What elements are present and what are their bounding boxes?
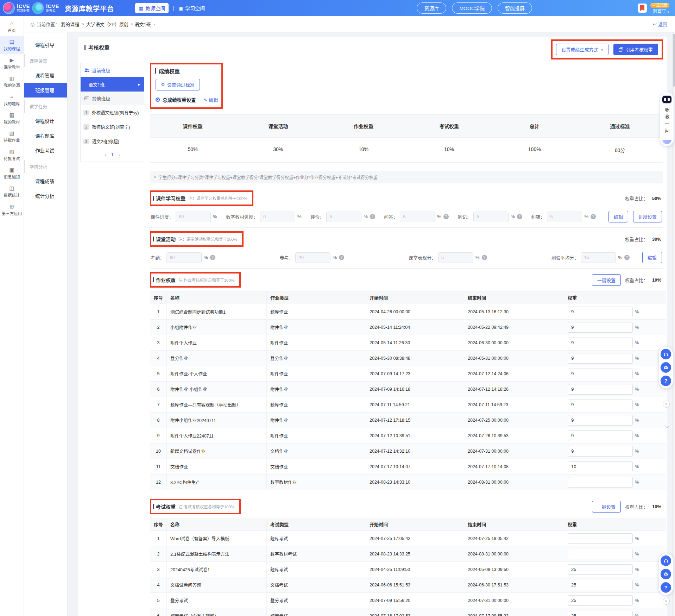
- smart-cast-button[interactable]: 智能投屏: [498, 2, 532, 14]
- close-icon[interactable]: ×: [663, 598, 670, 605]
- mooc-college-button[interactable]: MOOC学院: [452, 2, 492, 14]
- rail-item-question-bank[interactable]: ≡我的题库: [0, 91, 24, 109]
- other-class-item[interactable]: 1外校语文班级(刘育宁sy): [81, 105, 144, 120]
- exam-row: 22.1装配式混凝土结构表示方法数字教材考试2024-08-23 14:33:2…: [150, 546, 666, 562]
- submenu-item[interactable]: 班级管理: [24, 83, 67, 98]
- submenu-item[interactable]: 课程引导: [24, 37, 67, 52]
- support-icon[interactable]: [661, 349, 671, 359]
- submenu-item[interactable]: 作业考试: [24, 143, 67, 158]
- classroom-weight-input[interactable]: [581, 252, 616, 263]
- rail-item-pending-exam[interactable]: ▨待批考试: [0, 146, 24, 164]
- exam-weight-input[interactable]: [568, 564, 633, 575]
- scrollbar-thumb[interactable]: [673, 34, 675, 87]
- help-icon[interactable]: ?: [443, 214, 449, 219]
- help-icon[interactable]: ?: [591, 214, 596, 219]
- classroom-weight-input[interactable]: [295, 252, 330, 263]
- help-icon[interactable]: ?: [370, 214, 375, 219]
- classroom-weight-input[interactable]: [438, 252, 473, 263]
- breadcrumb-my-courses[interactable]: 我的课程: [61, 21, 79, 27]
- user-menu[interactable]: 刘育宁∨: [652, 9, 669, 13]
- classroom-weight-input[interactable]: [166, 252, 202, 263]
- download-icon[interactable]: [661, 569, 671, 579]
- submenu-item[interactable]: 课程题库: [24, 128, 67, 143]
- courseware-weight-input[interactable]: [400, 212, 435, 222]
- exam-weight-input[interactable]: [568, 549, 633, 559]
- help-icon[interactable]: ?: [339, 255, 344, 260]
- homework-weight-input[interactable]: [568, 384, 633, 395]
- courseware-weight-input[interactable]: [547, 212, 582, 222]
- rail-item-message[interactable]: ▣消息通知: [0, 164, 24, 182]
- homework-weight-input[interactable]: [568, 430, 633, 441]
- rail-item-home[interactable]: ⌂首页: [0, 18, 24, 36]
- next-page-icon[interactable]: ›: [119, 152, 120, 157]
- help-icon[interactable]: ?: [661, 376, 671, 386]
- submenu-item[interactable]: 统计分析: [24, 188, 67, 203]
- other-class-item[interactable]: 2教师语文班(刘育宁): [81, 120, 144, 134]
- rail-item-classroom-teaching[interactable]: ▶课堂教学: [0, 54, 24, 73]
- help-icon[interactable]: ?: [210, 255, 215, 260]
- submenu-item[interactable]: 课程成绩: [24, 174, 67, 188]
- rail-item-pending-homework[interactable]: ▧待批作业: [0, 127, 24, 146]
- weight-cell: %: [568, 549, 662, 559]
- help-icon[interactable]: ?: [482, 255, 487, 260]
- current-class-item[interactable]: 语文1班 ▶: [81, 77, 144, 92]
- resource-library-button[interactable]: 资源库: [417, 2, 446, 14]
- teacher-space-button[interactable]: ▦ 教师空间: [135, 3, 169, 13]
- exam-weight-input[interactable]: [568, 533, 633, 544]
- courseware-weight-input[interactable]: [473, 212, 509, 222]
- page-number[interactable]: 1: [111, 152, 113, 157]
- homework-weight-input[interactable]: [568, 322, 633, 333]
- total-grade-radio[interactable]: [156, 98, 160, 102]
- homework-weight-input[interactable]: [568, 307, 633, 317]
- chevron-down-icon[interactable]: ∨: [153, 23, 156, 26]
- other-class-label: 语文2班(徐超): [92, 138, 119, 145]
- exam-weight-input[interactable]: [568, 580, 633, 590]
- rail-item-courses[interactable]: ▤我的课程: [0, 36, 24, 54]
- exam-weight-input[interactable]: [568, 611, 633, 616]
- support-icon[interactable]: [661, 555, 671, 566]
- set-grade-method-button[interactable]: 设置成绩生成方式 ∨: [556, 44, 608, 55]
- homework-quick-set-button[interactable]: 一键设置: [592, 274, 621, 286]
- homework-weight-input[interactable]: [568, 446, 633, 457]
- breadcrumb-class[interactable]: 语文1班: [134, 21, 151, 27]
- edit-grade-weight-link[interactable]: ✎ 编辑: [204, 96, 218, 103]
- submenu-item[interactable]: 课程管理: [24, 68, 67, 83]
- rail-item-data-stats[interactable]: ◫数据统计: [0, 182, 24, 201]
- rail-item-textbook[interactable]: ▦我的教材: [0, 109, 24, 127]
- homework-weight-input[interactable]: [568, 415, 633, 426]
- courseware-weight-input[interactable]: [176, 212, 211, 222]
- progress-settings-button[interactable]: 进度设置: [633, 211, 662, 222]
- chevron-down-icon[interactable]: ∨: [131, 23, 133, 26]
- prev-page-icon[interactable]: ‹: [105, 152, 106, 157]
- homework-weight-input[interactable]: [568, 369, 633, 379]
- other-class-item[interactable]: 3语文2班(徐超): [81, 134, 144, 149]
- arrow-right-icon: ▶: [138, 83, 140, 86]
- courseware-weight-input[interactable]: [326, 212, 361, 222]
- courseware-weight-input[interactable]: [260, 212, 295, 222]
- help-icon[interactable]: ?: [624, 255, 630, 260]
- courseware-edit-button[interactable]: 编辑: [608, 211, 628, 222]
- quote-assessment-button[interactable]: 引用考核权重: [613, 44, 658, 55]
- close-icon[interactable]: ×: [663, 401, 670, 408]
- learning-space-button[interactable]: ▣ 学习空间: [178, 5, 205, 12]
- rail-item-resources[interactable]: ▥我的资源: [0, 73, 24, 91]
- gear-icon: ⚙: [161, 82, 165, 87]
- set-pass-standard-button[interactable]: ⚙ 设置通过标准: [156, 79, 200, 90]
- back-button[interactable]: ↩ 返回: [653, 21, 667, 27]
- homework-weight-input[interactable]: [568, 353, 633, 364]
- homework-weight-input[interactable]: [568, 477, 633, 488]
- exam-weight-input[interactable]: [568, 595, 633, 606]
- promo-icon[interactable]: [638, 4, 647, 13]
- help-icon[interactable]: ?: [661, 582, 671, 593]
- rail-item-third-party-apps[interactable]: ⊞第三方应用: [0, 201, 24, 219]
- exam-quick-set-button[interactable]: 一键设置: [592, 501, 621, 513]
- homework-weight-input[interactable]: [568, 338, 633, 348]
- ai-assistant-tab[interactable]: 职教一问: [660, 92, 674, 146]
- breadcrumb-course[interactable]: 大学语文（2P）原创: [86, 21, 128, 27]
- help-icon[interactable]: ?: [517, 214, 522, 219]
- classroom-edit-button[interactable]: 编辑: [642, 252, 662, 263]
- homework-weight-input[interactable]: [568, 461, 633, 472]
- download-icon[interactable]: [661, 362, 671, 373]
- homework-weight-input[interactable]: [568, 400, 633, 410]
- submenu-item[interactable]: 课程设计: [24, 113, 67, 128]
